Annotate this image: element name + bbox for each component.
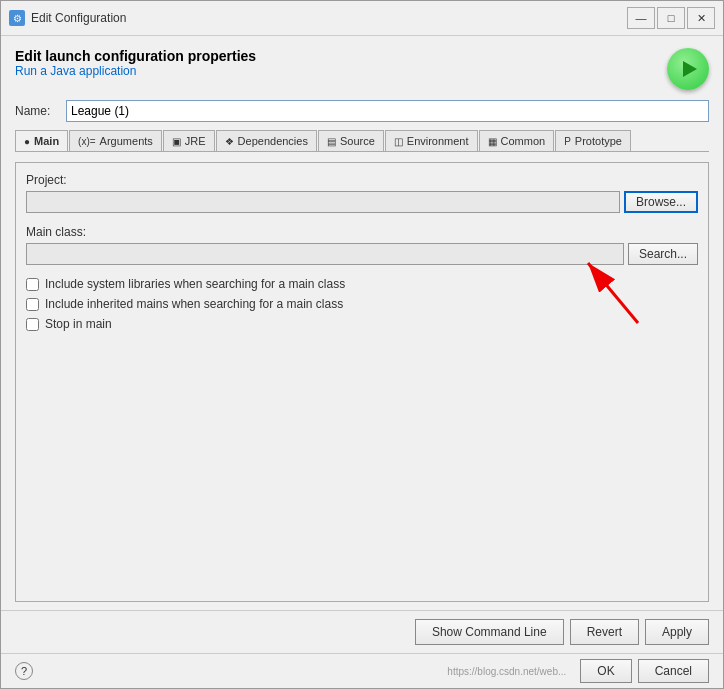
help-button[interactable]: ? (15, 662, 33, 680)
main-class-label: Main class: (26, 225, 698, 239)
ok-button[interactable]: OK (580, 659, 631, 683)
jre-tab-icon: ▣ (172, 136, 181, 147)
tab-environment-label: Environment (407, 135, 469, 147)
project-field-row: Browse... (26, 191, 698, 213)
checkbox-group: Include system libraries when searching … (26, 277, 698, 331)
header-title: Edit launch configuration properties (15, 48, 256, 64)
tab-prototype-label: Prototype (575, 135, 622, 147)
main-class-field-row: Search... (26, 243, 698, 265)
tab-dependencies[interactable]: ❖ Dependencies (216, 130, 317, 151)
footer-bar: ? https://blog.csdn.net/web... OK Cancel (1, 653, 723, 688)
project-label: Project: (26, 173, 698, 187)
dependencies-tab-icon: ❖ (225, 136, 234, 147)
include-inherited-label: Include inherited mains when searching f… (45, 297, 343, 311)
tab-main[interactable]: ● Main (15, 130, 68, 152)
run-icon-triangle (683, 61, 697, 77)
tab-environment[interactable]: ◫ Environment (385, 130, 478, 151)
project-input[interactable] (26, 191, 620, 213)
footer-right: https://blog.csdn.net/web... OK Cancel (447, 659, 709, 683)
header-text: Edit launch configuration properties Run… (15, 48, 256, 78)
include-system-label: Include system libraries when searching … (45, 277, 345, 291)
window-title: Edit Configuration (31, 11, 126, 25)
header-subtitle[interactable]: Run a Java application (15, 64, 136, 78)
tab-arguments[interactable]: (x)= Arguments (69, 130, 162, 151)
browse-button[interactable]: Browse... (624, 191, 698, 213)
main-window: ⚙ Edit Configuration — □ ✕ Edit launch c… (0, 0, 724, 689)
main-panel: Project: Browse... Main class: Search... (15, 162, 709, 602)
maximize-button[interactable]: □ (657, 7, 685, 29)
cancel-button[interactable]: Cancel (638, 659, 709, 683)
main-tab-icon: ● (24, 136, 30, 147)
revert-button[interactable]: Revert (570, 619, 639, 645)
name-input[interactable] (66, 100, 709, 122)
title-bar-left: ⚙ Edit Configuration (9, 10, 126, 26)
bottom-bar: Show Command Line Revert Apply (1, 610, 723, 653)
name-row: Name: (15, 100, 709, 122)
tabs-bar: ● Main (x)= Arguments ▣ JRE ❖ Dependenci… (15, 130, 709, 152)
environment-tab-icon: ◫ (394, 136, 403, 147)
name-label: Name: (15, 104, 60, 118)
include-inherited-checkbox-item: Include inherited mains when searching f… (26, 297, 698, 311)
include-system-checkbox-item: Include system libraries when searching … (26, 277, 698, 291)
watermark-text: https://blog.csdn.net/web... (447, 666, 566, 677)
tab-dependencies-label: Dependencies (238, 135, 308, 147)
stop-in-main-checkbox-item: Stop in main (26, 317, 698, 331)
run-button[interactable] (667, 48, 709, 90)
title-bar: ⚙ Edit Configuration — □ ✕ (1, 1, 723, 36)
footer-left: ? (15, 662, 33, 680)
header-section: Edit launch configuration properties Run… (15, 48, 709, 90)
source-tab-icon: ▤ (327, 136, 336, 147)
tab-common-label: Common (501, 135, 546, 147)
include-inherited-checkbox[interactable] (26, 298, 39, 311)
main-class-input[interactable] (26, 243, 624, 265)
apply-button[interactable]: Apply (645, 619, 709, 645)
minimize-button[interactable]: — (627, 7, 655, 29)
tab-common[interactable]: ▦ Common (479, 130, 555, 151)
tab-arguments-label: Arguments (100, 135, 153, 147)
main-class-section: Main class: Search... (26, 225, 698, 265)
title-buttons: — □ ✕ (627, 7, 715, 29)
window-icon: ⚙ (9, 10, 25, 26)
content-area: Edit launch configuration properties Run… (1, 36, 723, 610)
tab-main-label: Main (34, 135, 59, 147)
tab-jre[interactable]: ▣ JRE (163, 130, 215, 151)
stop-in-main-label: Stop in main (45, 317, 112, 331)
tab-jre-label: JRE (185, 135, 206, 147)
show-command-line-button[interactable]: Show Command Line (415, 619, 564, 645)
tab-prototype[interactable]: P Prototype (555, 130, 631, 151)
search-button[interactable]: Search... (628, 243, 698, 265)
close-button[interactable]: ✕ (687, 7, 715, 29)
project-section: Project: Browse... (26, 173, 698, 213)
prototype-tab-icon: P (564, 136, 571, 147)
stop-in-main-checkbox[interactable] (26, 318, 39, 331)
include-system-checkbox[interactable] (26, 278, 39, 291)
arguments-tab-icon: (x)= (78, 136, 96, 147)
tab-source-label: Source (340, 135, 375, 147)
tab-source[interactable]: ▤ Source (318, 130, 384, 151)
common-tab-icon: ▦ (488, 136, 497, 147)
